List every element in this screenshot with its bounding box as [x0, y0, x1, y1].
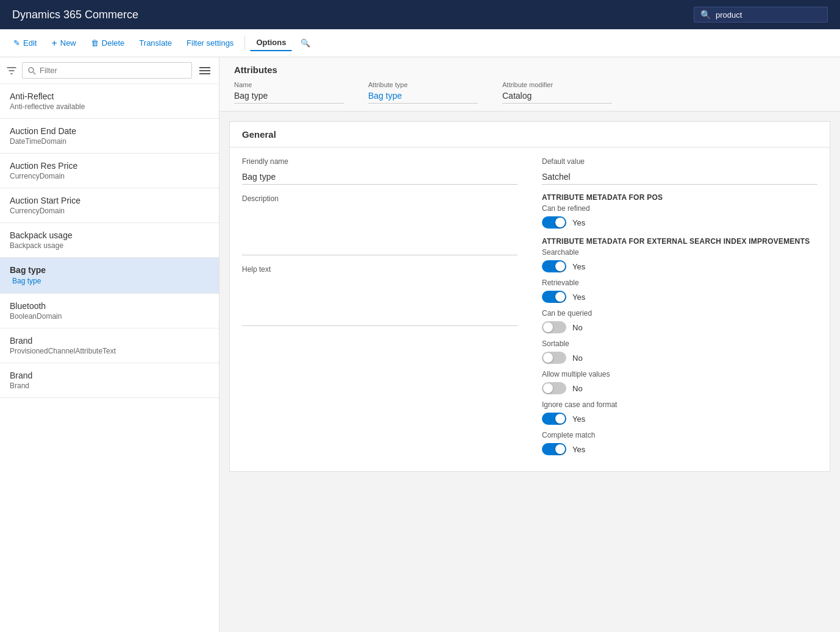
complete-match-label: Complete match [542, 431, 817, 439]
list-item[interactable]: Backpack usageBackpack usage [0, 223, 219, 258]
right-column: Default value ATTRIBUTE METADATA FOR POS… [542, 157, 817, 461]
searchable-toggle-row: Searchable Yes [542, 248, 817, 272]
sidebar-tools [0, 57, 219, 84]
attr-modifier-field: Attribute modifier Catalog [502, 81, 612, 104]
can-be-queried-label: Can be queried [542, 309, 817, 318]
content-area: Attributes Name Bag type Attribute type … [219, 57, 840, 632]
filter-settings-button[interactable]: Filter settings [180, 35, 240, 51]
sortable-label: Sortable [542, 339, 817, 348]
allow-multiple-toggle[interactable] [542, 382, 566, 394]
sidebar-list: Anti-ReflectAnti-reflective availableAuc… [0, 84, 219, 632]
default-value-label: Default value [542, 157, 817, 166]
list-item-title: Auction Start Price [10, 196, 209, 205]
can-be-refined-toggle-group: Yes [542, 216, 817, 229]
search-icon-toolbar: 🔍 [301, 38, 310, 48]
attr-type-value[interactable]: Bag type [368, 91, 478, 104]
searchable-label: Searchable [542, 248, 817, 257]
friendly-name-label: Friendly name [242, 157, 518, 166]
attributes-header: Attributes Name Bag type Attribute type … [219, 57, 840, 112]
list-item-subtitle: BooleanDomain [10, 312, 209, 321]
edit-button[interactable]: ✎ Edit [7, 35, 43, 51]
list-item[interactable]: Bag typeBag type [0, 258, 219, 294]
list-item[interactable]: BluetoothBooleanDomain [0, 294, 219, 328]
complete-match-toggle-row: Complete match Yes [542, 431, 817, 455]
attr-name-value: Bag type [234, 91, 344, 104]
ignore-case-toggle[interactable] [542, 413, 566, 425]
description-group: Description [242, 194, 518, 255]
friendly-name-group: Friendly name [242, 157, 518, 185]
retrievable-toggle-row: Retrievable Yes [542, 279, 817, 303]
list-item[interactable]: BrandProvisionedChannelAttributeText [0, 328, 219, 363]
list-item[interactable]: BrandBrand [0, 363, 219, 398]
attr-modifier-value: Catalog [502, 91, 612, 104]
allow-multiple-label: Allow multiple values [542, 370, 817, 378]
description-label: Description [242, 194, 518, 203]
sidebar-filter-button[interactable] [6, 65, 17, 76]
list-item-title: Backpack usage [10, 230, 209, 240]
list-item-subtitle: CurrencyDomain [10, 172, 209, 180]
description-textarea[interactable] [242, 207, 518, 255]
list-item-title: Brand [10, 336, 209, 346]
list-item[interactable]: Auction Res PriceCurrencyDomain [0, 154, 219, 188]
ignore-case-toggle-group: Yes [542, 413, 817, 425]
list-item-subtitle: CurrencyDomain [10, 207, 209, 215]
retrievable-toggle-group: Yes [542, 291, 817, 303]
new-button[interactable]: + New [45, 35, 82, 52]
list-item[interactable]: Anti-ReflectAnti-reflective available [0, 84, 219, 119]
can-be-queried-toggle[interactable] [542, 321, 566, 333]
complete-match-toggle-group: Yes [542, 443, 817, 455]
search-icon: 🔍 [700, 10, 711, 20]
sidebar-filter-input[interactable] [22, 62, 192, 79]
attr-name-label: Name [234, 81, 344, 88]
titlebar: Dynamics 365 Commerce 🔍 [0, 0, 840, 29]
app-title: Dynamics 365 Commerce [12, 9, 138, 21]
sidebar-hamburger-button[interactable] [197, 65, 213, 77]
searchable-toggle-group: Yes [542, 260, 817, 272]
funnel-icon [6, 65, 17, 76]
attributes-fields: Name Bag type Attribute type Bag type At… [234, 81, 825, 111]
sortable-toggle-row: Sortable No [542, 339, 817, 364]
list-item-title: Bag type [10, 265, 209, 275]
can-be-refined-label: Can be refined [542, 204, 817, 213]
plus-icon: + [51, 38, 57, 49]
sidebar: Anti-ReflectAnti-reflective availableAuc… [0, 57, 219, 632]
allow-multiple-toggle-group: No [542, 382, 817, 394]
retrievable-toggle[interactable] [542, 291, 566, 303]
edit-icon: ✎ [13, 38, 20, 48]
sortable-toggle-group: No [542, 352, 817, 364]
general-header: General [230, 122, 830, 147]
list-item-title: Auction End Date [10, 126, 209, 136]
toolbar-separator [244, 36, 245, 51]
external-search-title: ATTRIBUTE METADATA FOR EXTERNAL SEARCH I… [542, 237, 817, 246]
sortable-toggle[interactable] [542, 352, 566, 364]
options-button[interactable]: Options [250, 35, 292, 51]
search-input[interactable] [716, 10, 819, 20]
attr-modifier-label: Attribute modifier [502, 81, 612, 88]
general-section: General Friendly name Description Help t… [229, 121, 830, 472]
default-value-input[interactable] [542, 169, 817, 185]
list-item-title: Auction Res Price [10, 161, 209, 171]
toolbar-search-button[interactable]: 🔍 [294, 35, 316, 51]
list-item[interactable]: Auction End DateDateTimeDomain [0, 119, 219, 154]
searchable-toggle[interactable] [542, 260, 566, 272]
allow-multiple-toggle-row: Allow multiple values No [542, 370, 817, 394]
general-body: Friendly name Description Help text [230, 147, 830, 471]
complete-match-value: Yes [572, 445, 585, 454]
can-be-queried-toggle-row: Can be queried No [542, 309, 817, 333]
translate-button[interactable]: Translate [133, 35, 178, 51]
delete-button[interactable]: 🗑 Delete [85, 35, 131, 51]
ignore-case-value: Yes [572, 414, 585, 424]
main-layout: Anti-ReflectAnti-reflective availableAuc… [0, 57, 840, 632]
can-be-queried-toggle-group: No [542, 321, 817, 333]
global-search[interactable]: 🔍 [694, 7, 828, 23]
default-value-group: Default value [542, 157, 817, 185]
can-be-refined-value: Yes [572, 218, 585, 227]
complete-match-toggle[interactable] [542, 443, 566, 455]
friendly-name-input[interactable] [242, 169, 518, 185]
list-item-subtitle: Backpack usage [10, 241, 209, 250]
can-be-refined-toggle[interactable] [542, 216, 566, 229]
list-item-title: Bluetooth [10, 301, 209, 311]
help-text-label: Help text [242, 265, 518, 274]
list-item[interactable]: Auction Start PriceCurrencyDomain [0, 188, 219, 223]
help-text-textarea[interactable] [242, 277, 518, 326]
